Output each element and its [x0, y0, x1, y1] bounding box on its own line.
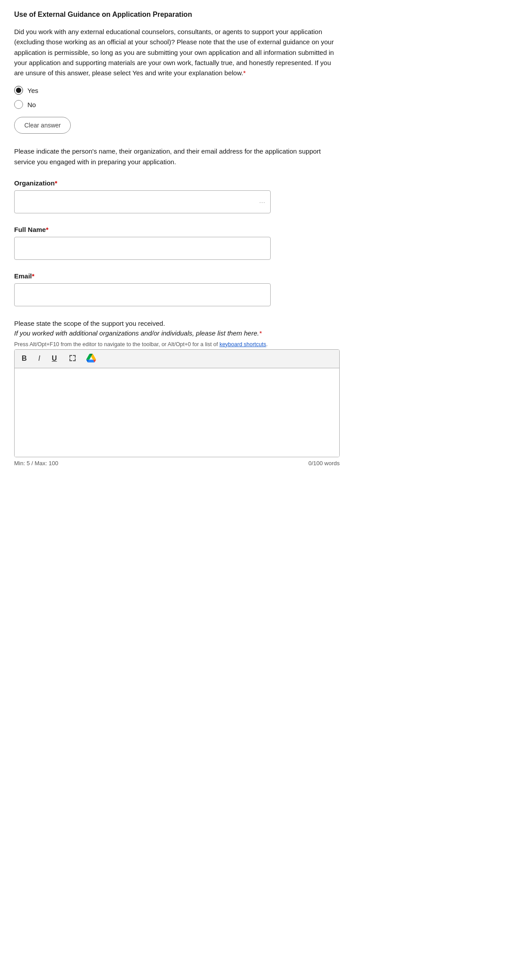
page-title: Use of External Guidance on Application … [14, 11, 340, 19]
toolbar-bold-button[interactable]: B [20, 354, 29, 363]
svg-rect-5 [69, 360, 72, 361]
svg-rect-7 [73, 360, 76, 361]
keyboard-shortcuts-link[interactable]: keyboard shortcuts [219, 341, 266, 347]
email-label: Email* [14, 272, 340, 280]
yes-radio-input[interactable] [14, 86, 23, 95]
clear-answer-button[interactable]: Clear answer [14, 117, 71, 134]
organization-input-wrapper: ··· [14, 190, 271, 213]
word-count-min: Min: 5 / Max: 100 [14, 460, 58, 467]
toolbar-expand-button[interactable] [67, 353, 78, 364]
no-radio-input[interactable] [14, 100, 23, 109]
scope-label-italic: If you worked with additional organizati… [14, 328, 340, 339]
organization-input[interactable] [14, 190, 271, 213]
email-field-group: Email* [14, 272, 340, 306]
email-input[interactable] [14, 283, 271, 306]
question-required-star: * [243, 69, 246, 77]
scope-label-main: Please state the scope of the support yo… [14, 319, 340, 329]
organization-field-group: Organization* ··· [14, 179, 340, 213]
fullname-required-star: * [46, 226, 49, 233]
fullname-label: Full Name* [14, 226, 340, 233]
editor-hint: Press Alt/Opt+F10 from the editor to nav… [14, 341, 340, 347]
organization-required-star: * [55, 179, 58, 187]
yes-no-radio-group: Yes No [14, 86, 340, 109]
expand-icon [69, 354, 77, 362]
yes-radio-label[interactable]: Yes [14, 86, 340, 95]
yes-radio-text: Yes [27, 87, 38, 94]
scope-field-group: Please state the scope of the support yo… [14, 319, 340, 467]
scope-required-star: * [259, 329, 262, 337]
fullname-input[interactable] [14, 237, 271, 260]
gdrive-icon [86, 353, 96, 363]
editor-footer: Min: 5 / Max: 100 0/100 words [14, 460, 340, 467]
scope-label-block: Please state the scope of the support yo… [14, 319, 340, 339]
toolbar-gdrive-button[interactable] [86, 353, 96, 364]
organization-label: Organization* [14, 179, 340, 187]
fullname-field-group: Full Name* [14, 226, 340, 260]
no-radio-text: No [27, 101, 36, 108]
toolbar-italic-button[interactable]: I [37, 354, 42, 363]
toolbar-underline-button[interactable]: U [50, 354, 59, 363]
word-count-current: 0/100 words [308, 460, 340, 467]
svg-rect-1 [69, 355, 70, 358]
rich-editor-toolbar: B I U [15, 350, 339, 368]
rich-editor-body[interactable] [15, 368, 339, 457]
no-radio-label[interactable]: No [14, 100, 340, 109]
svg-rect-3 [75, 355, 76, 358]
email-required-star: * [32, 272, 34, 280]
question-text: Did you work with any external education… [14, 27, 340, 78]
rich-editor-wrapper: B I U [14, 349, 340, 457]
follow-up-text: Please indicate the person's name, their… [14, 146, 340, 167]
